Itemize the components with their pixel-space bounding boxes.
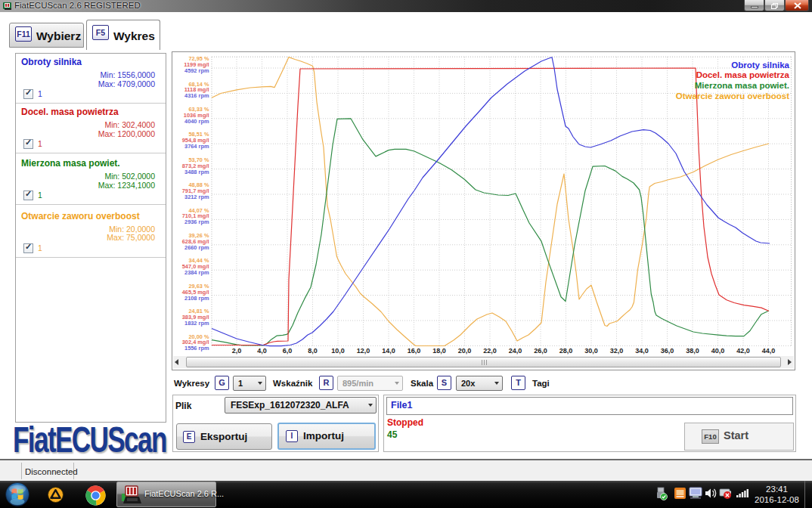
- svg-text:20,0: 20,0: [458, 347, 472, 355]
- svg-text:Docel. masa powietrza: Docel. masa powietrza: [696, 70, 790, 79]
- svg-text:1556 rpm: 1556 rpm: [184, 345, 209, 352]
- svg-text:3488 rpm: 3488 rpm: [184, 169, 209, 175]
- svg-text:2108 rpm: 2108 rpm: [184, 295, 209, 302]
- svg-text:22,0: 22,0: [483, 347, 497, 355]
- svg-text:2936 rpm: 2936 rpm: [184, 218, 209, 225]
- svg-text:28,0: 28,0: [559, 347, 573, 355]
- svg-text:4592 rpm: 4592 rpm: [184, 67, 209, 74]
- svg-text:2384 rpm: 2384 rpm: [184, 269, 209, 276]
- svg-text:24,0: 24,0: [509, 347, 522, 355]
- svg-text:Mierzona masa powiet.: Mierzona masa powiet.: [695, 81, 789, 90]
- svg-text:36,0: 36,0: [661, 347, 674, 355]
- svg-text:8,0: 8,0: [308, 347, 318, 355]
- svg-text:30,0: 30,0: [584, 347, 598, 355]
- svg-text:3764 rpm: 3764 rpm: [184, 143, 209, 150]
- svg-text:18,0: 18,0: [432, 347, 446, 355]
- svg-text:40,0: 40,0: [711, 347, 725, 355]
- svg-text:1832 rpm: 1832 rpm: [184, 320, 209, 327]
- svg-text:4,0: 4,0: [257, 347, 267, 355]
- svg-text:2,0: 2,0: [232, 347, 242, 355]
- svg-text:6,0: 6,0: [283, 347, 293, 355]
- svg-text:44,0: 44,0: [762, 347, 776, 355]
- svg-text:3212 rpm: 3212 rpm: [184, 194, 209, 200]
- svg-text:2660 rpm: 2660 rpm: [184, 244, 209, 251]
- svg-text:34,0: 34,0: [635, 347, 649, 355]
- svg-text:14,0: 14,0: [382, 347, 395, 355]
- svg-text:32,0: 32,0: [610, 347, 624, 355]
- svg-text:16,0: 16,0: [408, 347, 421, 355]
- svg-text:10,0: 10,0: [331, 347, 345, 355]
- svg-text:4040 rpm: 4040 rpm: [184, 118, 209, 125]
- svg-text:Obroty silnika: Obroty silnika: [731, 60, 789, 70]
- svg-text:Otwarcie zaworu overboost: Otwarcie zaworu overboost: [676, 91, 789, 101]
- svg-text:42,0: 42,0: [736, 347, 750, 355]
- svg-text:12,0: 12,0: [357, 347, 370, 355]
- svg-text:26,0: 26,0: [534, 347, 547, 355]
- svg-text:38,0: 38,0: [686, 347, 699, 355]
- svg-text:4316 rpm: 4316 rpm: [184, 92, 209, 99]
